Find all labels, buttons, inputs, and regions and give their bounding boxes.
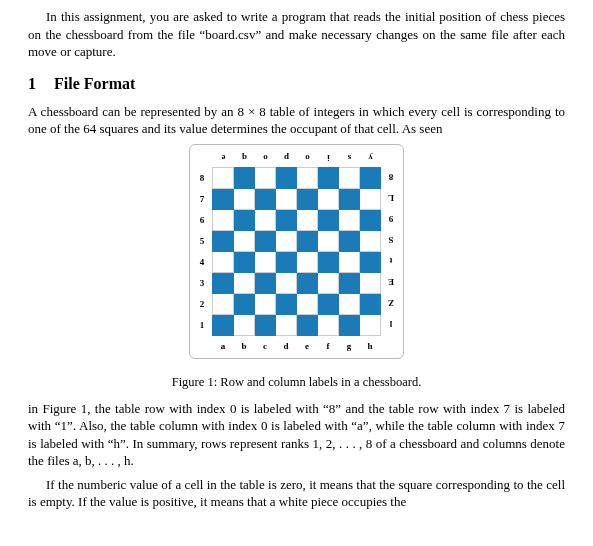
board-square xyxy=(339,209,360,230)
board-square xyxy=(339,188,360,209)
board-square xyxy=(276,272,297,293)
board-label: e xyxy=(213,147,234,168)
board-square xyxy=(318,188,339,209)
board-label: 8 xyxy=(192,167,213,188)
board-label: 6 xyxy=(192,209,213,230)
board-label: f xyxy=(318,335,339,356)
board-square xyxy=(360,188,381,209)
board-square xyxy=(234,251,255,272)
board-square xyxy=(297,293,318,314)
board-square xyxy=(213,251,234,272)
board-square xyxy=(276,230,297,251)
section-title: File Format xyxy=(54,75,135,92)
board-label: h xyxy=(360,335,381,356)
board-square xyxy=(234,314,255,335)
board-square xyxy=(318,251,339,272)
paragraph-2: in Figure 1, the table row with index 0 … xyxy=(28,400,565,470)
board-square xyxy=(213,293,234,314)
board-square xyxy=(255,293,276,314)
board-label: 2 xyxy=(192,293,213,314)
board-square xyxy=(297,272,318,293)
section-heading: 1 File Format xyxy=(28,75,565,93)
board-square xyxy=(297,230,318,251)
board-square xyxy=(360,314,381,335)
board-label xyxy=(192,147,213,168)
board-square xyxy=(297,209,318,230)
document-page: In this assignment, you are asked to wri… xyxy=(0,0,593,511)
board-square xyxy=(234,167,255,188)
board-square xyxy=(360,251,381,272)
board-square xyxy=(297,251,318,272)
board-label: b xyxy=(234,335,255,356)
board-square xyxy=(318,209,339,230)
board-label: L xyxy=(381,188,402,209)
board-square xyxy=(255,272,276,293)
board-square xyxy=(360,209,381,230)
board-label: o xyxy=(255,147,276,168)
board-label: 8 xyxy=(381,167,402,188)
board-square xyxy=(213,167,234,188)
board-square xyxy=(276,293,297,314)
board-square xyxy=(213,272,234,293)
board-square xyxy=(318,167,339,188)
board-label: y xyxy=(360,147,381,168)
board-label: i xyxy=(318,147,339,168)
board-square xyxy=(318,314,339,335)
board-label: 1 xyxy=(192,314,213,335)
board-square xyxy=(339,314,360,335)
paragraph-3: If the numberic value of a cell in the t… xyxy=(28,476,565,511)
board-label: 9 xyxy=(381,209,402,230)
board-label: d xyxy=(276,335,297,356)
board-label xyxy=(192,335,213,356)
board-label: S xyxy=(381,230,402,251)
board-label: a xyxy=(213,335,234,356)
board-square xyxy=(339,293,360,314)
board-label: 4 xyxy=(192,251,213,272)
board-label: t xyxy=(381,251,402,272)
figure-caption: Figure 1: Row and column labels in a che… xyxy=(28,375,565,390)
board-square xyxy=(360,293,381,314)
board-label: g xyxy=(339,335,360,356)
board-label: l xyxy=(381,314,402,335)
board-square xyxy=(213,230,234,251)
board-square xyxy=(255,230,276,251)
board-label: 3 xyxy=(192,272,213,293)
board-square xyxy=(297,188,318,209)
board-square xyxy=(234,272,255,293)
board-square xyxy=(339,272,360,293)
intro-paragraph: In this assignment, you are asked to wri… xyxy=(28,8,565,61)
board-square xyxy=(234,188,255,209)
board-label: s xyxy=(339,147,360,168)
board-label: 7 xyxy=(192,188,213,209)
board-label: Z xyxy=(381,293,402,314)
figure-chessboard: eqopoisy887L695S4t3E2Z1labcdefgh Figure … xyxy=(28,144,565,390)
board-square xyxy=(339,251,360,272)
board-label: p xyxy=(276,147,297,168)
board-square xyxy=(255,251,276,272)
board-square xyxy=(255,167,276,188)
board-square xyxy=(360,230,381,251)
board-label: e xyxy=(297,335,318,356)
paragraph-1: A chessboard can be represented by an 8 … xyxy=(28,103,565,138)
board-square xyxy=(213,188,234,209)
board-square xyxy=(360,167,381,188)
board-square xyxy=(234,293,255,314)
board-label: 5 xyxy=(192,230,213,251)
board-square xyxy=(297,167,318,188)
board-label xyxy=(381,335,402,356)
chessboard: eqopoisy887L695S4t3E2Z1labcdefgh xyxy=(192,147,401,356)
board-square xyxy=(255,188,276,209)
board-square xyxy=(339,230,360,251)
board-square xyxy=(213,314,234,335)
board-square xyxy=(234,230,255,251)
board-square xyxy=(276,167,297,188)
board-square xyxy=(318,293,339,314)
board-square xyxy=(255,209,276,230)
chessboard-frame: eqopoisy887L695S4t3E2Z1labcdefgh xyxy=(189,144,404,359)
board-square xyxy=(297,314,318,335)
board-square xyxy=(276,188,297,209)
board-square xyxy=(213,209,234,230)
board-square xyxy=(318,272,339,293)
board-square xyxy=(276,209,297,230)
board-square xyxy=(339,167,360,188)
